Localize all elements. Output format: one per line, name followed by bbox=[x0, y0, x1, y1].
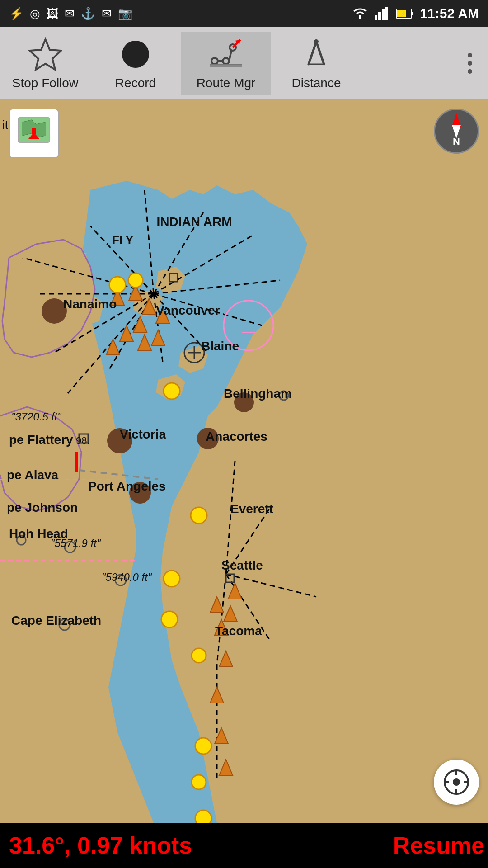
record-button[interactable]: Record bbox=[90, 32, 181, 95]
more-dot-1 bbox=[468, 53, 472, 57]
stop-follow-button[interactable]: Stop Follow bbox=[0, 32, 90, 95]
svg-text:Bellingham: Bellingham bbox=[224, 387, 292, 401]
svg-text:"3720.5 ft": "3720.5 ft" bbox=[11, 410, 62, 423]
svg-point-22 bbox=[314, 39, 319, 44]
svg-point-76 bbox=[161, 611, 178, 627]
compass: N bbox=[434, 108, 479, 154]
svg-text:Nanaimo: Nanaimo bbox=[63, 297, 117, 311]
status-bar: ⚡ ◎ 🖼 ✉ ⚓ ✉ 📷 ⚡ 11:52 AM bbox=[0, 0, 488, 27]
map-area[interactable]: INDIAN ARM Nanaimo Vancouver Blaine Bell… bbox=[0, 99, 488, 868]
svg-point-74 bbox=[191, 507, 207, 524]
bottom-bar: 31.6°, 0.97 knots Resume bbox=[0, 823, 488, 868]
signal-icon bbox=[375, 7, 391, 20]
svg-text:Everett: Everett bbox=[230, 502, 273, 516]
svg-marker-9 bbox=[30, 39, 61, 70]
route-mgr-label: Route Mgr bbox=[197, 76, 256, 90]
gps-icon bbox=[443, 769, 470, 796]
svg-text:pe Alava: pe Alava bbox=[7, 468, 59, 482]
map-svg: INDIAN ARM Nanaimo Vancouver Blaine Bell… bbox=[0, 99, 488, 868]
svg-point-71 bbox=[109, 277, 126, 293]
svg-point-72 bbox=[128, 273, 143, 288]
svg-text:Vancouver: Vancouver bbox=[156, 303, 220, 317]
svg-rect-4 bbox=[385, 7, 388, 20]
gps-icon: ◎ bbox=[30, 7, 40, 21]
svg-text:Tacoma: Tacoma bbox=[215, 624, 262, 638]
camera-icon: 📷 bbox=[118, 7, 132, 21]
stop-follow-label: Stop Follow bbox=[12, 76, 78, 90]
distance-label: Distance bbox=[292, 76, 341, 90]
svg-text:pe Flattery: pe Flattery bbox=[9, 433, 73, 447]
svg-rect-3 bbox=[382, 9, 385, 20]
image-icon: 🖼 bbox=[47, 7, 58, 21]
svg-point-11 bbox=[223, 58, 229, 64]
distance-button[interactable]: Distance bbox=[271, 32, 361, 95]
svg-text:Anacortes: Anacortes bbox=[206, 429, 267, 443]
more-menu-button[interactable] bbox=[452, 32, 488, 95]
speed-text: 31.6°, 0.97 knots bbox=[9, 832, 192, 859]
battery-icon: ⚡ bbox=[396, 8, 414, 19]
svg-line-19 bbox=[309, 42, 316, 64]
svg-text:FI Y: FI Y bbox=[112, 233, 133, 247]
resume-button[interactable]: Resume bbox=[389, 823, 488, 868]
stop-follow-icon bbox=[27, 36, 63, 72]
wifi-icon bbox=[351, 7, 369, 20]
svg-text:Port Angeles: Port Angeles bbox=[88, 479, 166, 493]
route-mgr-button[interactable]: Route Mgr bbox=[181, 32, 271, 95]
record-label: Record bbox=[115, 76, 156, 90]
record-icon bbox=[117, 36, 154, 72]
svg-text:Blaine: Blaine bbox=[201, 339, 239, 353]
svg-text:⚡: ⚡ bbox=[399, 10, 406, 17]
more-dot-3 bbox=[468, 69, 472, 74]
svg-line-20 bbox=[316, 42, 324, 64]
svg-text:"5571.9 ft": "5571.9 ft" bbox=[51, 537, 101, 549]
download-icon bbox=[16, 115, 52, 151]
svg-rect-94 bbox=[75, 452, 78, 472]
distance-icon bbox=[298, 36, 334, 72]
svg-text:it: it bbox=[2, 118, 9, 132]
svg-text:pe Johnson: pe Johnson bbox=[7, 500, 78, 514]
svg-rect-17 bbox=[210, 64, 242, 67]
download-cache-button[interactable] bbox=[9, 108, 59, 158]
svg-text:"5940.0 ft": "5940.0 ft" bbox=[102, 571, 152, 583]
svg-point-79 bbox=[192, 775, 206, 789]
svg-point-75 bbox=[164, 571, 180, 587]
resume-label: Resume bbox=[393, 832, 484, 859]
svg-rect-1 bbox=[375, 15, 377, 20]
gps-location-button[interactable] bbox=[434, 760, 479, 805]
svg-text:Seattle: Seattle bbox=[221, 558, 263, 572]
svg-rect-6 bbox=[412, 12, 413, 15]
svg-rect-2 bbox=[378, 12, 381, 20]
compass-label: N bbox=[453, 136, 460, 147]
mail2-icon: ✉ bbox=[102, 7, 112, 21]
svg-line-14 bbox=[229, 51, 231, 61]
svg-text:98.: 98. bbox=[76, 435, 90, 446]
svg-rect-126 bbox=[32, 128, 36, 134]
mail-icon: ✉ bbox=[65, 7, 75, 21]
svg-point-77 bbox=[192, 648, 206, 663]
ship-icon: ⚓ bbox=[81, 7, 95, 21]
toolbar: Stop Follow Record Rout bbox=[0, 27, 488, 99]
svg-point-128 bbox=[453, 778, 460, 786]
speed-display: 31.6°, 0.97 knots bbox=[0, 823, 389, 868]
svg-text:Victoria: Victoria bbox=[120, 427, 166, 441]
time-display: 11:52 AM bbox=[420, 6, 479, 21]
svg-point-10 bbox=[211, 58, 218, 64]
svg-text:INDIAN ARM: INDIAN ARM bbox=[157, 215, 232, 229]
usb-icon: ⚡ bbox=[9, 7, 23, 21]
more-dot-2 bbox=[468, 61, 472, 66]
svg-point-78 bbox=[195, 738, 211, 754]
svg-text:Cape Elizabeth: Cape Elizabeth bbox=[11, 613, 101, 627]
svg-point-73 bbox=[164, 383, 180, 399]
svg-point-0 bbox=[359, 16, 361, 19]
route-mgr-icon bbox=[208, 36, 244, 72]
